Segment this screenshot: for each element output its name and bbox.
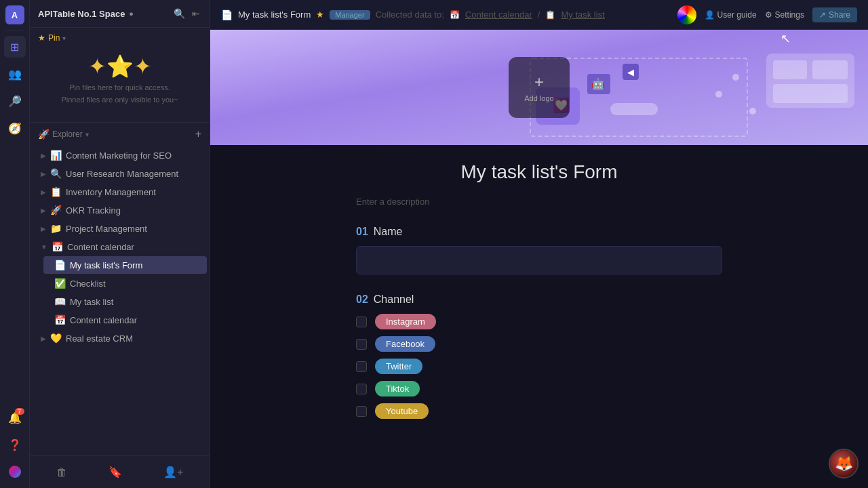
bottom-right-avatar[interactable]: 🦊 <box>829 449 859 479</box>
search-rail-icon[interactable]: 🔎 <box>4 90 26 112</box>
sidebar-item-content-marketing[interactable]: ▶ 📊 Content Marketing for SEO <box>33 146 207 164</box>
hero-banner: 💟 ◀ 🤖 + Add logo <box>210 30 868 145</box>
user-guide-icon: 👤 <box>705 10 715 20</box>
sidebar-item-user-research[interactable]: ▶ 🔍 User Research Management <box>33 165 207 182</box>
explorer-label-text: Explorer <box>52 129 83 139</box>
form-body: My task list's Form Enter a description … <box>342 145 736 465</box>
twitter-checkbox[interactable] <box>356 361 367 372</box>
notification-icon[interactable]: 🔔 7 <box>4 407 26 428</box>
item-icon: 💛 <box>50 333 62 344</box>
item-icon: 📊 <box>50 150 62 161</box>
item-label: Content Marketing for SEO <box>66 150 172 161</box>
chevron-icon: ▶ <box>41 152 46 159</box>
sidebar-item-my-task-list[interactable]: 📖 My task list <box>43 293 207 310</box>
sidebar-item-content-cal[interactable]: 📅 Content calendar <box>43 311 207 329</box>
search-button[interactable]: 🔍 <box>172 7 186 20</box>
task-list-link[interactable]: My task list <box>561 9 604 20</box>
instagram-tag[interactable]: Instagram <box>375 314 436 329</box>
svg-point-14 <box>732 74 739 81</box>
channel-option-instagram[interactable]: Instagram <box>356 314 722 329</box>
home-icon[interactable]: ⊞ <box>4 36 26 58</box>
form-description[interactable]: Enter a description <box>356 197 722 207</box>
sidebar-dot: ● <box>129 9 134 18</box>
add-member-button[interactable]: 👤+ <box>158 463 189 481</box>
chevron-icon: ▶ <box>41 170 46 178</box>
item-icon: 📁 <box>50 223 62 234</box>
delete-button[interactable]: 🗑 <box>51 464 73 481</box>
facebook-tag[interactable]: Facebook <box>375 336 435 352</box>
topbar-right: 👤 User guide ⚙ Settings ↗ Share <box>677 5 857 24</box>
add-logo-button[interactable]: + Add logo <box>509 57 570 118</box>
rainbow-icon[interactable] <box>677 5 696 24</box>
youtube-checkbox[interactable] <box>356 406 367 417</box>
settings-button[interactable]: ⚙ Settings <box>765 10 804 20</box>
pin-button[interactable]: ★ Pin ▾ <box>38 33 66 43</box>
collapse-sidebar-button[interactable]: ⇤ <box>191 7 201 20</box>
form-area: 💟 ◀ 🤖 + Add logo <box>210 30 868 488</box>
form-title: My task list's Form <box>356 161 722 183</box>
item-label: My task list's Form <box>70 260 142 270</box>
item-label: User Research Management <box>66 169 178 179</box>
bookmark-button[interactable]: 🔖 <box>103 463 127 481</box>
instagram-checkbox[interactable] <box>356 317 367 327</box>
user-guide-button[interactable]: 👤 User guide <box>705 10 757 20</box>
compass-icon[interactable]: 🧭 <box>4 117 26 139</box>
youtube-tag[interactable]: Youtube <box>375 403 429 419</box>
notification-badge: 7 <box>15 408 24 415</box>
share-button[interactable]: ↗ Share <box>812 7 857 22</box>
channel-name-label: Channel <box>374 293 414 306</box>
explorer-add-button[interactable]: + <box>195 128 201 140</box>
user-avatar[interactable]: A <box>5 5 24 24</box>
item-label: OKR Tracking <box>66 205 121 216</box>
sidebar-item-real-estate[interactable]: ▶ 💛 Real estate CRM <box>33 329 207 347</box>
content-calendar-link[interactable]: Content calendar <box>465 9 532 20</box>
sidebar-item-project[interactable]: ▶ 📁 Project Management <box>33 220 207 237</box>
pin-star-big-icon: ✦⭐✦ <box>43 54 196 79</box>
tiktok-tag[interactable]: Tiktok <box>375 381 420 396</box>
sidebar-item-content-calendar[interactable]: ▼ 📅 Content calendar <box>33 238 207 256</box>
chevron-icon: ▶ <box>41 335 46 342</box>
people-icon[interactable]: 👥 <box>4 63 26 85</box>
app-icon[interactable] <box>4 461 26 483</box>
sidebar-item-inventory[interactable]: ▶ 📋 Inventory Management <box>33 183 207 201</box>
channel-option-tiktok[interactable]: Tiktok <box>356 381 722 396</box>
field-number-01: 01 <box>356 226 368 238</box>
facebook-checkbox[interactable] <box>356 339 367 350</box>
chevron-icon: ▶ <box>41 225 46 232</box>
svg-point-0 <box>9 466 21 478</box>
tiktok-checkbox[interactable] <box>356 384 367 394</box>
sidebar-item-okr[interactable]: ▶ 🚀 OKR Tracking <box>33 201 207 219</box>
sidebar-item-my-task-form[interactable]: 📄 My task list's Form <box>43 256 207 274</box>
pin-description: Pin files here for quick access. Pinned … <box>43 82 196 106</box>
item-icon: 📋 <box>50 186 62 197</box>
sidebar: APITable No.1 Space ● 🔍 ⇤ ★ Pin ▾ ✦⭐✦ Pi… <box>30 0 210 488</box>
chevron-icon: ▶ <box>41 188 46 196</box>
svg-rect-8 <box>610 103 658 115</box>
sidebar-title: APITable No.1 Space ● <box>38 9 134 19</box>
twitter-tag[interactable]: Twitter <box>375 359 422 374</box>
channel-option-youtube[interactable]: Youtube <box>356 403 722 419</box>
svg-rect-5 <box>773 84 848 103</box>
help-icon[interactable]: ❓ <box>4 434 26 455</box>
explorer-label[interactable]: 🚀 Explorer ▾ <box>38 129 89 140</box>
item-icon: 📖 <box>54 296 66 307</box>
sidebar-title-text: APITable No.1 Space <box>38 9 125 19</box>
channel-option-facebook[interactable]: Facebook <box>356 336 722 352</box>
pin-area: ★ Pin ▾ ✦⭐✦ Pin files here for quick acc… <box>30 28 210 123</box>
sidebar-actions: 🔍 ⇤ <box>172 7 201 20</box>
svg-rect-4 <box>812 60 848 79</box>
pin-placeholder: ✦⭐✦ Pin files here for quick access. Pin… <box>38 43 201 117</box>
pin-label: Pin <box>48 33 60 43</box>
breadcrumb-separator: / <box>538 9 540 20</box>
plus-icon: + <box>534 73 544 92</box>
star-icon[interactable]: ★ <box>316 9 324 20</box>
content-calendar-children: 📄 My task list's Form ✅ Checklist 📖 My t… <box>41 256 210 329</box>
svg-text:◀: ◀ <box>627 67 634 77</box>
chevron-icon: ▶ <box>41 207 46 214</box>
item-icon: ✅ <box>54 278 66 289</box>
pin-star-icon: ★ <box>38 33 45 43</box>
add-logo-label: Add logo <box>524 94 553 102</box>
name-input[interactable] <box>356 246 722 274</box>
sidebar-item-checklist[interactable]: ✅ Checklist <box>43 274 207 292</box>
channel-option-twitter[interactable]: Twitter <box>356 359 722 374</box>
